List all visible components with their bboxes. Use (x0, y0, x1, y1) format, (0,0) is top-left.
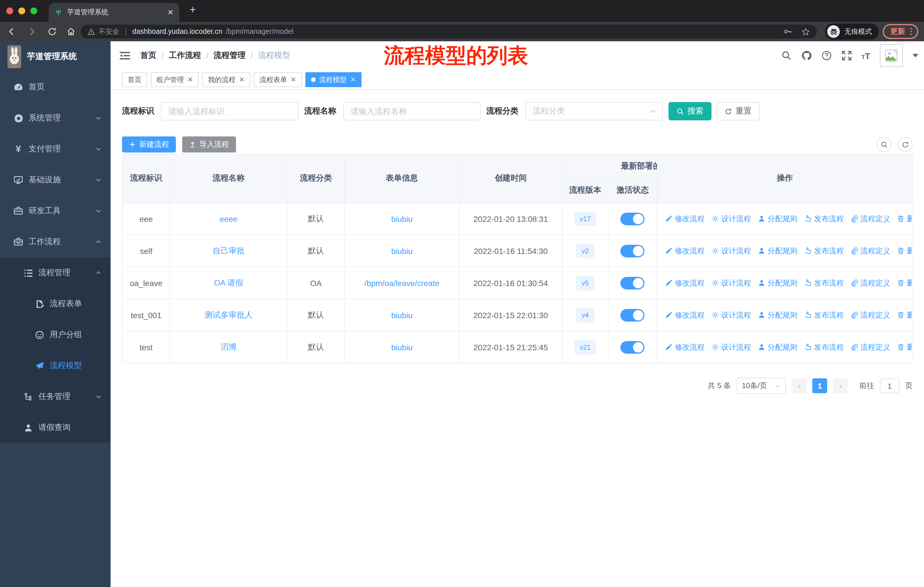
action-design-link[interactable]: 设计流程 (711, 246, 751, 256)
form-link[interactable]: biubiu (391, 214, 413, 223)
close-icon[interactable]: ✕ (290, 76, 296, 83)
action-delete-link[interactable]: 删除 (897, 342, 912, 352)
current-page-button[interactable]: 1 (812, 378, 827, 393)
action-deploy-link[interactable]: 发布流程 (804, 246, 844, 256)
next-page-button[interactable]: › (833, 378, 848, 393)
active-toggle[interactable] (620, 276, 644, 289)
browser-menu-icon[interactable] (910, 28, 912, 35)
action-edit-link[interactable]: 修改流程 (665, 310, 705, 320)
window-controls[interactable] (6, 7, 37, 14)
process-name-link[interactable]: 测试多审批人 (205, 310, 252, 320)
sidebar-item-yen[interactable]: ¥支付管理 (0, 134, 111, 165)
sidebar-item-doc[interactable]: 流程表单 (0, 288, 111, 319)
action-assign-link[interactable]: 分配规则 (758, 342, 797, 352)
action-design-link[interactable]: 设计流程 (711, 213, 751, 224)
action-edit-link[interactable]: 修改流程 (665, 342, 705, 352)
bookmark-star-icon[interactable] (802, 27, 810, 36)
close-icon[interactable]: ✕ (239, 76, 244, 83)
action-assign-link[interactable]: 分配规则 (758, 310, 797, 320)
action-definition-link[interactable]: 流程定义 (851, 213, 890, 224)
tag-我的流程[interactable]: 我的流程✕ (202, 72, 250, 87)
tag-流程表单[interactable]: 流程表单✕ (254, 72, 302, 87)
close-window-button[interactable] (6, 7, 13, 14)
action-deploy-link[interactable]: 发布流程 (804, 310, 844, 320)
forward-icon[interactable] (28, 27, 37, 36)
active-toggle[interactable] (620, 341, 644, 354)
breadcrumb-process-mgmt[interactable]: 流程管理 (214, 50, 246, 61)
process-name-link[interactable]: eeee (220, 214, 238, 223)
close-icon[interactable]: ✕ (187, 76, 193, 83)
sidebar-item-plane[interactable]: 流程模型 (0, 350, 111, 381)
search-button[interactable]: 搜索 (668, 102, 711, 121)
filter-category-select[interactable]: 流程分类 (525, 102, 663, 121)
breadcrumb-home[interactable]: 首页 (140, 50, 157, 61)
github-icon[interactable] (801, 50, 812, 61)
form-link[interactable]: /bpm/oa/leave/create (364, 278, 439, 288)
form-link[interactable]: biubiu (391, 342, 413, 352)
action-assign-link[interactable]: 分配规则 (758, 246, 797, 256)
action-deploy-link[interactable]: 发布流程 (804, 342, 844, 352)
goto-page-input[interactable] (880, 378, 899, 393)
update-button[interactable]: 更新 (883, 24, 918, 39)
new-tab-button[interactable]: + (190, 3, 196, 16)
create-process-button[interactable]: 新建流程 (122, 136, 176, 152)
active-toggle[interactable] (620, 212, 644, 225)
fullscreen-icon[interactable] (841, 50, 851, 61)
sidebar-logo[interactable]: 芋道管理系统 (0, 41, 111, 72)
action-definition-link[interactable]: 流程定义 (851, 310, 890, 320)
prev-page-button[interactable]: ‹ (792, 378, 807, 393)
active-toggle[interactable] (620, 309, 644, 321)
form-link[interactable]: biubiu (391, 311, 413, 319)
reload-icon[interactable] (48, 27, 57, 36)
minimize-window-button[interactable] (18, 7, 25, 14)
action-deploy-link[interactable]: 发布流程 (804, 213, 844, 224)
process-name-link[interactable]: 滔博 (221, 342, 237, 352)
sidebar-item-face[interactable]: 用户分组 (0, 319, 111, 350)
action-delete-link[interactable]: 删除 (897, 213, 912, 224)
process-name-link[interactable]: 自己审批 (213, 246, 244, 256)
import-process-button[interactable]: 导入流程 (182, 136, 236, 152)
tag-首页[interactable]: 首页 (122, 72, 147, 87)
action-edit-link[interactable]: 修改流程 (665, 278, 705, 288)
action-delete-link[interactable]: 删除 (897, 310, 912, 320)
chevron-down-icon[interactable] (912, 54, 918, 57)
font-size-icon[interactable]: TT (861, 51, 870, 61)
action-design-link[interactable]: 设计流程 (711, 310, 751, 320)
action-assign-link[interactable]: 分配规则 (758, 278, 797, 288)
tab-close-icon[interactable]: ✕ (167, 8, 173, 16)
sidebar-item-gear[interactable]: 系统管理 (0, 103, 111, 134)
browser-tab[interactable]: 芋道管理系统 ✕ (49, 3, 179, 22)
hamburger-icon[interactable] (119, 50, 130, 61)
close-icon[interactable]: ✕ (350, 76, 356, 83)
action-design-link[interactable]: 设计流程 (711, 278, 751, 288)
zoom-window-button[interactable] (30, 7, 37, 14)
key-icon[interactable] (783, 27, 792, 36)
sidebar-item-monitor[interactable]: 基础设施 (0, 165, 111, 195)
reset-button[interactable]: 重置 (717, 102, 760, 121)
page-size-select[interactable]: 10条/页 (737, 378, 786, 394)
action-definition-link[interactable]: 流程定义 (851, 278, 890, 288)
action-design-link[interactable]: 设计流程 (711, 342, 751, 352)
sidebar-item-person[interactable]: 请假查询 (0, 412, 111, 443)
filter-name-input[interactable] (343, 102, 481, 121)
action-deploy-link[interactable]: 发布流程 (804, 278, 844, 288)
security-label[interactable]: 不安全 (99, 26, 119, 36)
url-bar[interactable]: 不安全 dashboard.yudao.iocoder.cn/bpm/manag… (81, 25, 817, 38)
action-edit-link[interactable]: 修改流程 (665, 213, 705, 224)
tag-流程模型[interactable]: 流程模型✕ (305, 72, 361, 87)
refresh-icon[interactable] (898, 137, 912, 152)
action-definition-link[interactable]: 流程定义 (851, 342, 890, 352)
action-definition-link[interactable]: 流程定义 (851, 246, 890, 256)
sidebar-item-dashboard[interactable]: 首页 (0, 72, 111, 103)
show-search-icon[interactable] (876, 137, 891, 152)
filter-id-input[interactable] (161, 102, 299, 121)
sidebar-item-briefcase[interactable]: 工作流程 (0, 227, 111, 257)
tag-租户管理[interactable]: 租户管理✕ (151, 72, 199, 87)
sidebar-item-toolbox[interactable]: 研发工具 (0, 195, 111, 227)
action-edit-link[interactable]: 修改流程 (665, 246, 705, 256)
home-icon[interactable] (66, 27, 76, 36)
search-icon[interactable] (781, 50, 791, 61)
back-icon[interactable] (7, 27, 16, 36)
sidebar-item-tree[interactable]: 任务管理 (0, 381, 111, 412)
avatar[interactable] (880, 44, 903, 67)
